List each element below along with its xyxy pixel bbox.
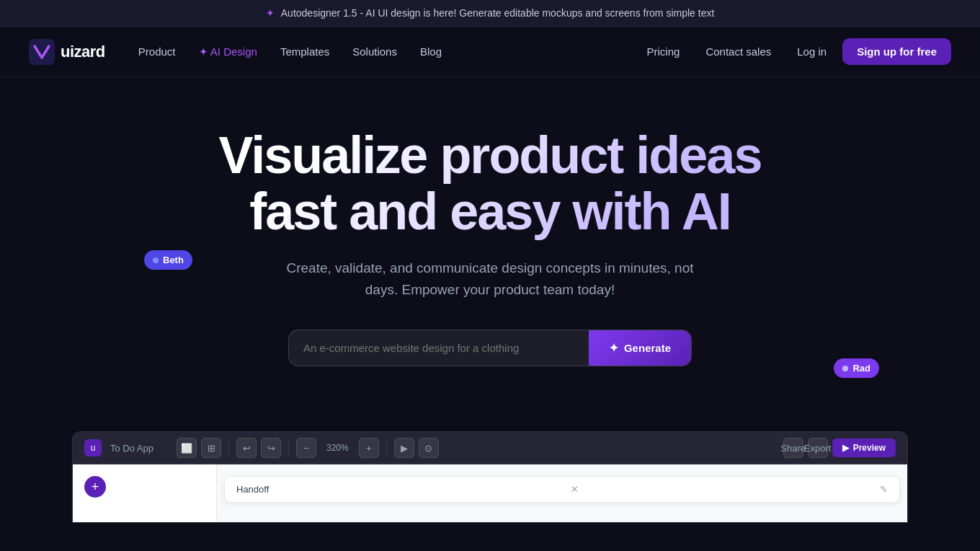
navbar-right: Pricing Contact sales Log in Sign up for… — [637, 38, 951, 65]
generate-button[interactable]: ✦ Generate — [589, 330, 691, 366]
handoff-close-icon[interactable]: ✕ — [571, 484, 579, 495]
app-toolbar: ⬜ ⊞ ↩ ↪ − 320% + ▶ ⊙ Share Export — [177, 438, 896, 458]
hero-title-line2: fast and easy with AI — [249, 182, 731, 240]
toolbar-group-right: Share Export ▶ Preview — [783, 438, 896, 458]
nav-item-templates[interactable]: Templates — [270, 40, 339, 63]
sign-up-button[interactable]: Sign up for free — [842, 38, 951, 65]
navbar-left: uizard Product ✦ AI Design Templates Sol… — [29, 39, 452, 65]
generate-container: ✦ Generate — [288, 330, 692, 366]
toolbar-share-btn[interactable]: Share — [783, 438, 803, 458]
generate-button-label: Generate — [624, 342, 671, 354]
toolbar-more-btn[interactable]: ⊙ — [419, 438, 439, 458]
zoom-display: 320% — [321, 443, 355, 453]
announcement-bar: ✦ Autodesigner 1.5 - AI UI design is her… — [0, 0, 980, 27]
logo-text: uizard — [61, 43, 105, 61]
nav-item-solutions[interactable]: Solutions — [342, 40, 407, 63]
canvas-add-button[interactable]: + — [84, 476, 106, 498]
nav-log-in[interactable]: Log in — [787, 40, 837, 63]
nav-item-ai-design[interactable]: ✦ AI Design — [189, 40, 267, 64]
toolbar-frame-btn[interactable]: ⬜ — [177, 438, 197, 458]
app-logo-small: u — [84, 439, 102, 457]
nav-item-product[interactable]: Product — [128, 40, 186, 63]
toolbar-divider-2 — [288, 441, 289, 455]
nav-links: Product ✦ AI Design Templates Solutions … — [128, 40, 452, 64]
app-canvas: + Handoff ✕ ✎ — [73, 464, 907, 522]
app-title-label: To Do App — [110, 443, 153, 454]
handoff-edit-icon[interactable]: ✎ — [880, 484, 888, 495]
toolbar-component-btn[interactable]: ⊞ — [201, 438, 221, 458]
preview-play-icon: ▶ — [842, 443, 849, 453]
canvas-left-panel: + — [73, 464, 217, 522]
logo-icon — [29, 39, 55, 65]
generate-input[interactable] — [289, 330, 589, 366]
toolbar-export-btn[interactable]: Export — [808, 438, 828, 458]
navbar: uizard Product ✦ AI Design Templates Sol… — [0, 27, 980, 77]
avatar-rad: Rad — [834, 358, 879, 378]
hero-section: Beth Rad Visualize product ideas fast an… — [0, 77, 980, 431]
logo[interactable]: uizard — [29, 39, 105, 65]
hero-title: Visualize product ideas fast and easy wi… — [29, 128, 951, 240]
preview-button[interactable]: ▶ Preview — [832, 438, 896, 457]
toolbar-play-btn[interactable]: ▶ — [394, 438, 414, 458]
svg-rect-0 — [29, 39, 55, 65]
toolbar-zoom-in-btn[interactable]: + — [359, 438, 379, 458]
hero-subtitle: Create, validate, and communicate design… — [274, 257, 706, 301]
hero-title-line1: Visualize product ideas — [219, 126, 762, 184]
toolbar-divider-3 — [386, 441, 387, 455]
announcement-text: Autodesigner 1.5 - AI UI design is here!… — [281, 7, 715, 19]
nav-contact-sales[interactable]: Contact sales — [695, 40, 781, 63]
toolbar-divider-1 — [228, 441, 229, 455]
toolbar-redo-btn[interactable]: ↪ — [261, 438, 281, 458]
handoff-badge: Handoff ✕ ✎ — [224, 476, 900, 503]
toolbar-group-left: ⬜ ⊞ ↩ ↪ − 320% + ▶ ⊙ — [177, 438, 439, 458]
canvas-right-panel: Handoff ✕ ✎ — [217, 464, 907, 522]
announcement-sparkle: ✦ — [266, 7, 275, 19]
app-preview: u To Do App ⬜ ⊞ ↩ ↪ − 320% + ▶ ⊙ Share — [72, 431, 908, 523]
nav-item-blog[interactable]: Blog — [410, 40, 452, 63]
avatar-beth: Beth — [144, 250, 192, 270]
app-preview-header: u To Do App ⬜ ⊞ ↩ ↪ − 320% + ▶ ⊙ Share — [73, 432, 907, 464]
toolbar-zoom-out-btn[interactable]: − — [296, 438, 316, 458]
generate-sparkle-icon: ✦ — [609, 341, 618, 355]
nav-pricing[interactable]: Pricing — [637, 40, 690, 63]
generate-section: ✦ Generate — [29, 330, 951, 366]
toolbar-undo-btn[interactable]: ↩ — [236, 438, 257, 458]
